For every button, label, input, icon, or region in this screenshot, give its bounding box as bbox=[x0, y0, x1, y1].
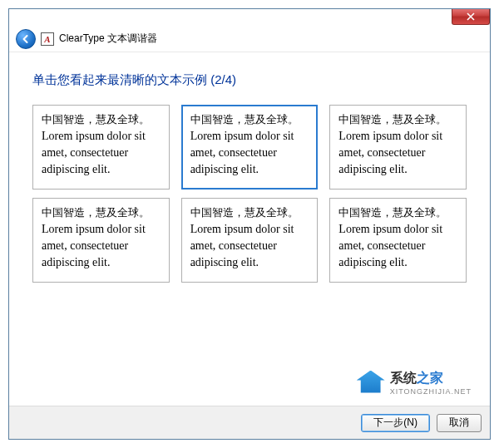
sample-latin: Lorem ipsum dolor sit amet, consectetuer… bbox=[42, 130, 146, 176]
sample-latin: Lorem ipsum dolor sit amet, consectetuer… bbox=[338, 223, 442, 269]
sample-cjk: 中国智造，慧及全球。 bbox=[338, 206, 447, 219]
sample-grid: 中国智造，慧及全球。 Lorem ipsum dolor sit amet, c… bbox=[32, 105, 467, 283]
text-sample-5[interactable]: 中国智造，慧及全球。 Lorem ipsum dolor sit amet, c… bbox=[181, 198, 319, 283]
sample-cjk: 中国智造，慧及全球。 bbox=[190, 206, 299, 219]
footer: 下一步(N) 取消 bbox=[9, 406, 490, 439]
titlebar bbox=[9, 9, 490, 26]
sample-cjk: 中国智造，慧及全球。 bbox=[42, 206, 150, 219]
cancel-button[interactable]: 取消 bbox=[437, 414, 482, 432]
text-sample-2[interactable]: 中国智造，慧及全球。 Lorem ipsum dolor sit amet, c… bbox=[181, 105, 319, 190]
sample-cjk: 中国智造，慧及全球。 bbox=[338, 113, 447, 126]
sample-latin: Lorem ipsum dolor sit amet, consectetuer… bbox=[190, 130, 294, 176]
text-sample-4[interactable]: 中国智造，慧及全球。 Lorem ipsum dolor sit amet, c… bbox=[32, 198, 170, 283]
arrow-left-icon bbox=[21, 34, 31, 44]
toolbar: A ClearType 文本调谐器 bbox=[9, 26, 490, 52]
next-button[interactable]: 下一步(N) bbox=[361, 414, 430, 432]
app-title: ClearType 文本调谐器 bbox=[59, 32, 157, 46]
sample-latin: Lorem ipsum dolor sit amet, consectetuer… bbox=[190, 223, 294, 269]
content-area: 单击您看起来最清晰的文本示例 (2/4) 中国智造，慧及全球。 Lorem ip… bbox=[9, 52, 490, 406]
close-icon bbox=[467, 12, 475, 21]
text-sample-3[interactable]: 中国智造，慧及全球。 Lorem ipsum dolor sit amet, c… bbox=[329, 105, 467, 190]
back-button[interactable] bbox=[16, 29, 36, 49]
page-heading: 单击您看起来最清晰的文本示例 (2/4) bbox=[32, 72, 467, 88]
app-icon: A bbox=[41, 32, 54, 46]
dialog-window: A ClearType 文本调谐器 单击您看起来最清晰的文本示例 (2/4) 中… bbox=[8, 8, 491, 440]
text-sample-6[interactable]: 中国智造，慧及全球。 Lorem ipsum dolor sit amet, c… bbox=[329, 198, 467, 283]
sample-latin: Lorem ipsum dolor sit amet, consectetuer… bbox=[42, 223, 146, 269]
text-sample-1[interactable]: 中国智造，慧及全球。 Lorem ipsum dolor sit amet, c… bbox=[32, 105, 170, 190]
app-icon-letter: A bbox=[44, 34, 50, 44]
close-button[interactable] bbox=[452, 9, 490, 25]
sample-cjk: 中国智造，慧及全球。 bbox=[42, 113, 150, 126]
sample-cjk: 中国智造，慧及全球。 bbox=[190, 113, 299, 126]
sample-latin: Lorem ipsum dolor sit amet, consectetuer… bbox=[338, 130, 442, 176]
